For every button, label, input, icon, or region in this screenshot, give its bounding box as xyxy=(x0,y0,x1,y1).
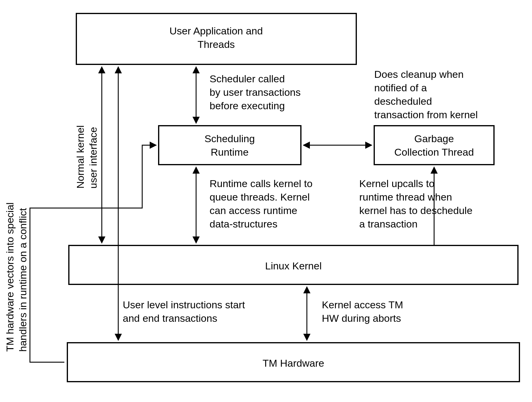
ann-vectors-l2: handlers in runtime on a conflict xyxy=(17,208,28,352)
ann-upcall-l3: kernel has to deschedule xyxy=(359,205,472,216)
ann-upcall-l2: runtime thread when xyxy=(359,191,452,203)
gc-thread-box xyxy=(374,126,494,165)
scheduling-runtime-label-l1: Scheduling xyxy=(204,133,255,144)
ann-cleanup-l4: transaction from kernel xyxy=(374,109,478,120)
ann-upcall-l4: a transaction xyxy=(359,218,418,230)
ann-userlvl-l2: and end transactions xyxy=(123,313,217,324)
ann-runtime-calls-l4: data-structures xyxy=(210,218,278,230)
linux-kernel-label: Linux Kernel xyxy=(265,260,322,271)
ann-scheduler-called-l3: before executing xyxy=(210,100,285,111)
gc-thread-label-l2: Collection Thread xyxy=(394,146,474,158)
scheduling-runtime-label-l2: Runtime xyxy=(211,146,249,158)
ann-scheduler-called-l1: Scheduler called xyxy=(210,73,285,84)
ann-kaccess-l1: Kernel access TM xyxy=(322,299,403,310)
user-app-label-l2: Threads xyxy=(198,39,235,50)
ann-cleanup-l3: descheduled xyxy=(374,95,432,107)
diagram-canvas: User Application and Threads Scheduling … xyxy=(0,0,532,402)
ann-runtime-calls-l3: can access runtime xyxy=(210,205,297,216)
ann-cleanup-l2: notified of a xyxy=(374,82,427,93)
user-app-label-l1: User Application and xyxy=(169,25,263,37)
ann-vectors-l1: TM hardware vectors into special xyxy=(4,202,16,352)
ann-userlvl-l1: User level instructions start xyxy=(123,299,245,310)
gc-thread-label-l1: Garbage xyxy=(414,133,454,144)
scheduling-runtime-box xyxy=(159,126,301,165)
ann-runtime-calls-l2: queue threads. Kernel xyxy=(210,191,310,203)
ann-upcall-l1: Kernel upcalls to xyxy=(359,178,434,189)
ann-runtime-calls-l1: Runtime calls kernel to xyxy=(210,178,313,189)
ann-scheduler-called-l2: by user transactions xyxy=(210,87,301,98)
tm-hardware-label: TM Hardware xyxy=(263,357,324,369)
ann-kaccess-l2: HW during aborts xyxy=(322,313,401,324)
ann-normal-l2: user interface xyxy=(87,127,99,189)
ann-cleanup-l1: Does cleanup when xyxy=(374,69,464,80)
ann-normal-l1: Normal kernel xyxy=(75,125,86,189)
